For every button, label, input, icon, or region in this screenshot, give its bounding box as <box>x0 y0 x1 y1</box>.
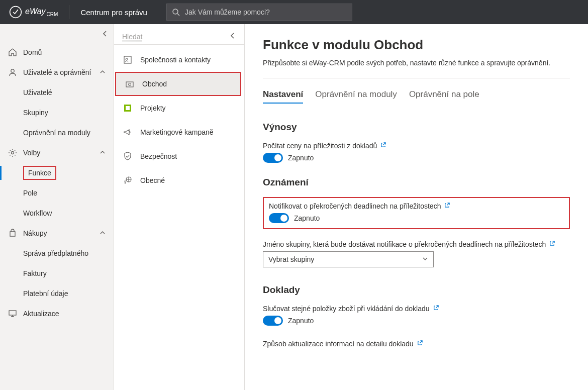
chevron-up-icon <box>100 68 106 76</box>
toggle-notify[interactable] <box>269 213 289 223</box>
page-title: Funkce v modulu Obchod <box>263 37 570 53</box>
main-content: Funkce v modulu Obchod Přizpůsobte si eW… <box>245 24 588 390</box>
nav-options[interactable]: Volby <box>0 143 114 163</box>
toggle-notify-state: Zapnuto <box>294 214 320 222</box>
nav-groups[interactable]: Skupiny <box>0 103 114 123</box>
toggle-merge[interactable] <box>263 316 283 326</box>
sb2-item-companies[interactable]: Společnosti a kontakty <box>114 48 244 72</box>
setting-notify-label: Notifikovat o překročených deadlinech na… <box>269 202 441 210</box>
collapse-sidebar-icon[interactable] <box>102 30 109 39</box>
setting-prices-label: Počítat ceny na příležitosti z dokladů <box>263 142 377 150</box>
nav-fields[interactable]: Pole <box>0 183 114 203</box>
nav-home[interactable]: Domů <box>0 42 114 62</box>
section-docs: Doklady <box>263 284 570 296</box>
shield-icon <box>122 151 133 161</box>
sb2-item-marketing[interactable]: Marketingové kampaně <box>114 120 244 144</box>
nav-workflow[interactable]: Workflow <box>0 203 114 223</box>
external-link-icon[interactable] <box>444 202 450 210</box>
svg-point-1 <box>173 9 178 14</box>
eway-logo-icon <box>9 6 22 19</box>
search-input[interactable] <box>185 8 352 16</box>
setting-prices: Počítat ceny na příležitosti z dokladů Z… <box>263 142 570 163</box>
toggle-prices[interactable] <box>263 153 283 163</box>
nav-purchases[interactable]: Nákupy <box>0 223 114 243</box>
projects-icon <box>122 103 133 113</box>
section-revenues: Výnosy <box>263 122 570 133</box>
nav-subscription[interactable]: Správa předplatného <box>0 243 114 263</box>
svg-point-7 <box>126 58 128 60</box>
chevron-up-icon <box>100 229 106 237</box>
collapse-panel-icon[interactable] <box>229 32 236 41</box>
search-icon <box>167 8 185 16</box>
setting-group-label: Jméno skupiny, která bude dostávat notif… <box>263 240 546 248</box>
business-icon <box>124 79 135 89</box>
setting-update-label: Způsob aktualizace informací na detailu … <box>263 340 414 348</box>
nav-features[interactable]: Funkce <box>0 163 114 183</box>
brand-logo: eWayCRM <box>0 6 67 19</box>
app-header: eWayCRM Centrum pro správu <box>0 0 588 24</box>
svg-point-3 <box>11 69 14 72</box>
setting-merge-label: Slučovat stejné položky zboží při vkládá… <box>263 305 430 313</box>
tab-field-perm[interactable]: Oprávnění na pole <box>409 89 479 104</box>
home-icon <box>8 48 17 57</box>
search-box[interactable] <box>166 4 352 21</box>
header-divider <box>69 5 69 19</box>
sb2-search-label: Hledat <box>122 33 229 41</box>
sb2-item-general[interactable]: A Obecné <box>114 168 244 192</box>
external-link-icon[interactable] <box>380 142 386 150</box>
chevron-down-icon <box>422 255 428 263</box>
toggle-merge-state: Zapnuto <box>288 317 314 325</box>
header-title: Centrum pro správu <box>71 8 156 17</box>
setting-notify-highlight: Notifikovat o překročených deadlinech na… <box>263 197 570 229</box>
external-link-icon[interactable] <box>417 340 423 348</box>
sb2-search[interactable]: Hledat <box>114 30 244 45</box>
user-icon <box>8 68 17 77</box>
tab-settings[interactable]: Nastavení <box>263 89 303 104</box>
page-subtitle: Přizpůsobte si eWay-CRM podle svých potř… <box>263 59 570 78</box>
svg-rect-11 <box>126 106 130 110</box>
toggle-prices-state: Zapnuto <box>288 154 314 162</box>
nav-updates[interactable]: Aktualizace <box>0 304 114 324</box>
sb2-item-business[interactable]: Obchod <box>115 72 241 96</box>
svg-rect-5 <box>9 311 16 315</box>
sb2-item-projects[interactable]: Projekty <box>114 96 244 120</box>
content-tabs: Nastavení Oprávnění na moduly Oprávnění … <box>263 89 570 104</box>
setting-merge: Slučovat stejné položky zboží při vkládá… <box>263 305 570 326</box>
sb2-item-security[interactable]: Bezpečnost <box>114 144 244 168</box>
nav-payment[interactable]: Platební údaje <box>0 283 114 304</box>
nav-purchases-label: Nákupy <box>23 229 47 237</box>
nav-options-label: Volby <box>23 149 40 157</box>
tab-module-perm[interactable]: Oprávnění na moduly <box>315 89 397 104</box>
svg-rect-8 <box>126 82 133 87</box>
nav-invoices[interactable]: Faktury <box>0 263 114 283</box>
group-select[interactable]: Vybrat skupiny <box>263 251 434 267</box>
primary-sidebar: Domů Uživatelé a oprávnění Uživatelé Sku… <box>0 24 114 390</box>
megaphone-icon <box>122 127 133 137</box>
external-link-icon[interactable] <box>549 240 555 248</box>
external-link-icon[interactable] <box>433 305 439 313</box>
brand-text: eWay <box>25 7 46 16</box>
secondary-sidebar: Hledat Společnosti a kontakty Obchod Pro… <box>114 24 245 390</box>
nav-users[interactable]: Uživatelé <box>0 82 114 103</box>
globe-icon: A <box>122 175 133 185</box>
section-notifications: Oznámení <box>263 177 570 188</box>
monitor-icon <box>8 309 17 318</box>
nav-features-highlight: Funkce <box>23 166 56 180</box>
nav-updates-label: Aktualizace <box>23 310 59 318</box>
brand-sub: CRM <box>47 12 58 17</box>
svg-point-9 <box>129 83 131 86</box>
svg-text:A: A <box>124 179 126 182</box>
svg-point-4 <box>12 152 14 154</box>
nav-users-perm-label: Uživatelé a oprávnění <box>23 68 91 76</box>
nav-users-perm[interactable]: Uživatelé a oprávnění <box>0 62 114 82</box>
nav-home-label: Domů <box>23 48 42 56</box>
svg-line-2 <box>177 14 179 16</box>
nav-module-perm[interactable]: Oprávnění na moduly <box>0 123 114 143</box>
chevron-up-icon <box>100 149 106 157</box>
contacts-icon <box>122 55 133 65</box>
gear-icon <box>8 148 17 157</box>
setting-group: Jméno skupiny, která bude dostávat notif… <box>263 240 570 267</box>
bag-icon <box>8 229 17 238</box>
select-placeholder: Vybrat skupiny <box>268 255 314 263</box>
